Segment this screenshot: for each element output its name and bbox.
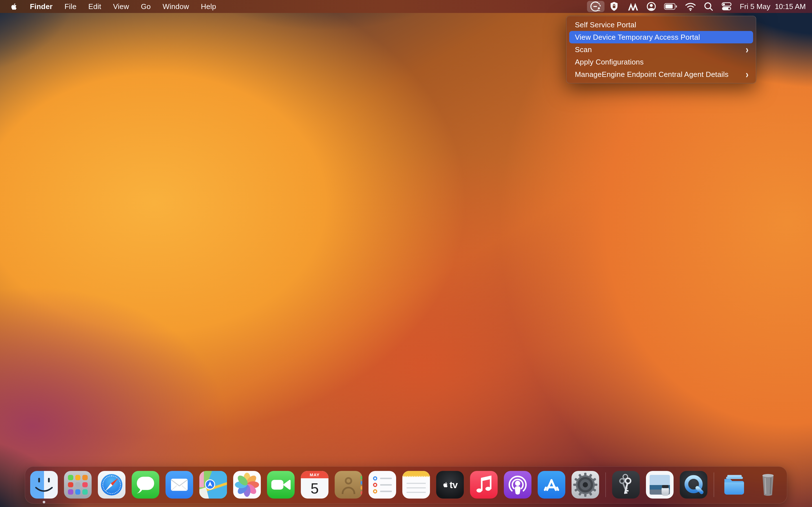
menu-item-view[interactable]: View bbox=[107, 0, 135, 13]
dock-item-preview[interactable] bbox=[646, 471, 673, 499]
menu-item-help[interactable]: Help bbox=[195, 0, 222, 13]
status-endpoint-central-agent[interactable] bbox=[587, 0, 605, 13]
apple-logo-icon bbox=[10, 3, 18, 10]
status-control-center[interactable] bbox=[717, 0, 736, 13]
apple-menu[interactable] bbox=[10, 0, 24, 13]
menu-item-agent-details[interactable]: ManageEngine Endpoint Central Agent Deta… bbox=[569, 68, 753, 80]
dock-item-reminders[interactable] bbox=[368, 471, 396, 499]
menu-item-go[interactable]: Go bbox=[135, 0, 157, 13]
dock-item-podcasts[interactable] bbox=[504, 471, 531, 499]
menu-item-finder[interactable]: Finder bbox=[24, 0, 59, 13]
messages-icon bbox=[132, 471, 159, 499]
maps-icon bbox=[199, 471, 227, 499]
menu-item-scan[interactable]: Scan › bbox=[569, 43, 753, 56]
dock-item-finder[interactable] bbox=[30, 471, 58, 499]
shield-lock-icon bbox=[609, 1, 619, 12]
downloads-folder-icon bbox=[720, 471, 748, 499]
menu-item-label: ManageEngine Endpoint Central Agent Deta… bbox=[575, 70, 728, 79]
dock-item-tv[interactable]: tv bbox=[436, 471, 464, 499]
calendar-day: 5 bbox=[301, 478, 328, 499]
dock-item-app-store[interactable] bbox=[538, 471, 565, 499]
menu-item-label: Self Service Portal bbox=[575, 20, 637, 29]
battery-icon bbox=[664, 3, 677, 10]
facetime-icon bbox=[267, 471, 295, 499]
dock-item-trash[interactable] bbox=[754, 471, 782, 499]
trash-icon bbox=[754, 471, 782, 499]
endpoint-central-agent-menu: Self Service Portal View Device Temporar… bbox=[566, 16, 756, 83]
submenu-chevron-icon: › bbox=[746, 44, 749, 55]
manageengine-logo-icon bbox=[627, 1, 639, 11]
search-icon bbox=[703, 1, 714, 11]
dock-item-music[interactable] bbox=[470, 471, 498, 499]
menu-item-label: Apply Configurations bbox=[575, 58, 644, 66]
running-indicator bbox=[43, 501, 45, 503]
wifi-icon bbox=[685, 2, 696, 11]
menu-bar: Finder File Edit View Go Window Help bbox=[0, 0, 812, 13]
dock-item-downloads-folder[interactable] bbox=[720, 471, 748, 499]
podcasts-icon bbox=[504, 471, 531, 499]
menu-item-apply-configurations[interactable]: Apply Configurations bbox=[569, 56, 753, 68]
dock-item-system-settings[interactable] bbox=[571, 471, 599, 499]
endpoint-central-agent-icon bbox=[590, 1, 601, 12]
quicktime-icon bbox=[680, 471, 707, 499]
system-settings-icon bbox=[571, 471, 599, 499]
menu-bar-clock[interactable]: Fri 5 May 10:15 AM bbox=[736, 2, 806, 11]
submenu-chevron-icon: › bbox=[746, 69, 749, 80]
status-security-shield[interactable] bbox=[605, 0, 623, 13]
dock-separator bbox=[714, 472, 714, 497]
menu-bar-left: Finder File Edit View Go Window Help bbox=[0, 0, 222, 13]
dock-item-quicktime[interactable] bbox=[680, 471, 707, 499]
launchpad-icon bbox=[64, 471, 92, 499]
reminders-icon bbox=[368, 471, 396, 499]
calendar-icon: MAY 5 bbox=[301, 471, 328, 499]
finder-icon bbox=[30, 471, 58, 499]
photos-icon bbox=[233, 471, 261, 499]
clock-time: 10:15 AM bbox=[775, 2, 806, 11]
app-store-icon bbox=[538, 471, 565, 499]
user-account-icon bbox=[646, 1, 657, 12]
dock-item-calendar[interactable]: MAY 5 bbox=[301, 471, 328, 499]
menu-item-file[interactable]: File bbox=[59, 0, 83, 13]
menu-item-label: View Device Temporary Access Portal bbox=[575, 33, 700, 42]
dock-separator bbox=[605, 472, 606, 497]
dock-item-contacts[interactable] bbox=[335, 471, 362, 499]
mail-icon bbox=[165, 471, 193, 499]
dock-item-launchpad[interactable] bbox=[64, 471, 92, 499]
notes-icon bbox=[402, 471, 430, 499]
dock-item-messages[interactable] bbox=[132, 471, 159, 499]
clock-date: Fri 5 May bbox=[740, 2, 770, 11]
menu-item-view-device-temporary-access-portal[interactable]: View Device Temporary Access Portal bbox=[569, 31, 753, 43]
menu-item-edit[interactable]: Edit bbox=[82, 0, 107, 13]
status-manageengine[interactable] bbox=[623, 0, 642, 13]
contacts-icon bbox=[335, 471, 362, 499]
dock-item-mail[interactable] bbox=[165, 471, 193, 499]
music-icon bbox=[470, 471, 498, 499]
tv-label: tv bbox=[449, 480, 457, 490]
control-center-icon bbox=[721, 2, 732, 11]
menu-item-window[interactable]: Window bbox=[157, 0, 195, 13]
status-user-account[interactable] bbox=[642, 0, 660, 13]
status-wifi[interactable] bbox=[681, 0, 700, 13]
menu-bar-status: Fri 5 May 10:15 AM bbox=[587, 0, 812, 13]
calendar-month: MAY bbox=[301, 471, 328, 478]
safari-icon bbox=[98, 471, 125, 499]
dock-item-notes[interactable] bbox=[402, 471, 430, 499]
preview-icon bbox=[646, 471, 673, 499]
keychain-access-icon bbox=[612, 471, 640, 499]
menu-item-label: Scan bbox=[575, 45, 592, 54]
dock-item-maps[interactable] bbox=[199, 471, 227, 499]
status-battery[interactable] bbox=[660, 0, 681, 13]
dock-item-facetime[interactable] bbox=[267, 471, 295, 499]
dock-item-photos[interactable] bbox=[233, 471, 261, 499]
menu-item-self-service-portal[interactable]: Self Service Portal bbox=[569, 18, 753, 31]
status-spotlight[interactable] bbox=[700, 0, 717, 13]
dock-item-safari[interactable] bbox=[98, 471, 125, 499]
apple-tv-icon: tv bbox=[436, 471, 464, 499]
dock-item-keychain-access[interactable] bbox=[612, 471, 640, 499]
dock: MAY 5 tv bbox=[25, 466, 787, 504]
